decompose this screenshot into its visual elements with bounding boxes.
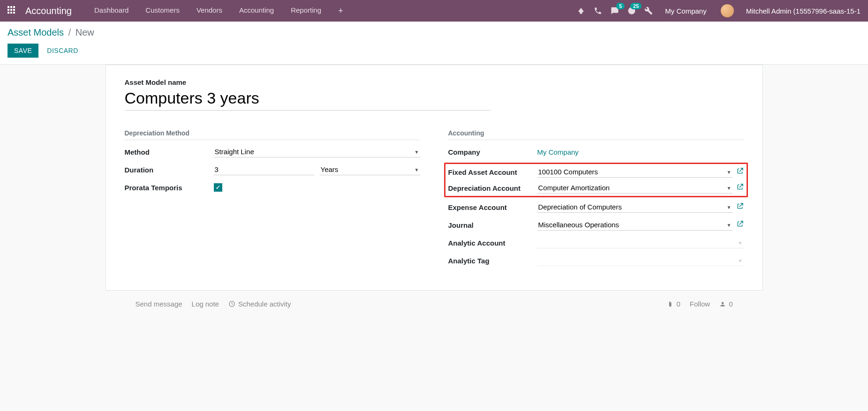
nav-item-dashboard[interactable]: Dashboard [86,0,137,22]
depr-account-label: Depreciation Account [448,184,537,192]
accounting-group: Accounting Company My Company Fixed Asse… [448,129,744,271]
journal-select[interactable] [537,219,732,231]
external-link-icon[interactable] [736,183,744,193]
nav-add-menu[interactable]: + [330,0,352,22]
depr-account-select[interactable] [537,182,732,194]
group-title-depreciation: Depreciation Method [125,129,420,140]
nav-item-accounting[interactable]: Accounting [231,0,282,22]
schedule-activity-button[interactable]: Schedule activity [228,300,291,308]
company-switcher[interactable]: My Company [665,7,706,15]
company-label: Company [448,148,537,156]
method-label: Method [125,148,214,156]
attachments-count: 0 [676,300,680,308]
fixed-asset-select[interactable] [537,166,732,178]
messages-badge: 5 [616,3,625,9]
control-panel: Asset Models / New SAVE DISCARD [0,22,868,65]
activities-badge: 25 [630,3,642,9]
fixed-asset-label: Fixed Asset Account [448,168,537,176]
bug-icon[interactable] [577,7,585,15]
external-link-icon[interactable] [736,202,744,212]
duration-input[interactable] [214,164,314,175]
group-title-accounting: Accounting [448,129,744,140]
analytic-tag-select[interactable] [537,255,744,266]
breadcrumb: Asset Models / New [8,27,860,38]
follow-button[interactable]: Follow [690,300,710,308]
expense-select[interactable] [537,202,732,213]
company-value[interactable]: My Company [537,148,579,156]
apps-icon[interactable] [8,6,17,15]
duration-unit-select[interactable] [320,164,420,175]
main-navbar: Accounting Dashboard Customers Vendors A… [0,0,868,22]
nav-menu: Dashboard Customers Vendors Accounting R… [86,0,352,22]
form-sheet: Asset Model name Depreciation Method Met… [106,65,763,291]
chatter: Send message Log note Schedule activity … [106,300,763,308]
app-name[interactable]: Accounting [25,6,72,16]
highlighted-accounts: Fixed Asset Account ▼ Depreciation Accou… [444,163,748,197]
analytic-account-label: Analytic Account [448,239,537,247]
attachments-button[interactable]: 0 [667,300,680,308]
messages-icon[interactable]: 5 [611,7,619,15]
nav-item-customers[interactable]: Customers [137,0,188,22]
log-note-button[interactable]: Log note [192,300,219,308]
followers-count: 0 [729,300,732,308]
nav-item-vendors[interactable]: Vendors [188,0,231,22]
title-label: Asset Model name [125,78,744,86]
nav-systray: 5 25 My Company Mitchell Admin (15557996… [577,4,860,17]
external-link-icon[interactable] [736,220,744,230]
analytic-tag-label: Analytic Tag [448,257,537,265]
asset-name-input[interactable] [125,88,491,111]
avatar[interactable] [721,4,734,17]
activities-icon[interactable]: 25 [627,7,636,15]
expense-label: Expense Account [448,203,537,211]
schedule-activity-label: Schedule activity [238,300,291,308]
duration-label: Duration [125,166,214,174]
phone-icon[interactable] [594,7,602,15]
send-message-button[interactable]: Send message [136,300,182,308]
breadcrumb-parent[interactable]: Asset Models [8,27,64,37]
followers-button[interactable]: 0 [719,300,732,308]
analytic-account-select[interactable] [537,237,744,248]
prorata-checkbox[interactable] [214,183,222,192]
nav-item-reporting[interactable]: Reporting [282,0,330,22]
tools-icon[interactable] [644,7,653,15]
prorata-label: Prorata Temporis [125,184,214,192]
depreciation-group: Depreciation Method Method ▼ Duration [125,129,420,271]
breadcrumb-current: New [75,27,94,37]
save-button[interactable]: SAVE [8,44,38,58]
external-link-icon[interactable] [736,167,744,177]
discard-button[interactable]: DISCARD [47,47,78,54]
journal-label: Journal [448,221,537,229]
user-menu[interactable]: Mitchell Admin (15557996-saas-15-1 [746,7,860,15]
method-select[interactable] [214,146,420,157]
breadcrumb-sep: / [68,27,71,37]
